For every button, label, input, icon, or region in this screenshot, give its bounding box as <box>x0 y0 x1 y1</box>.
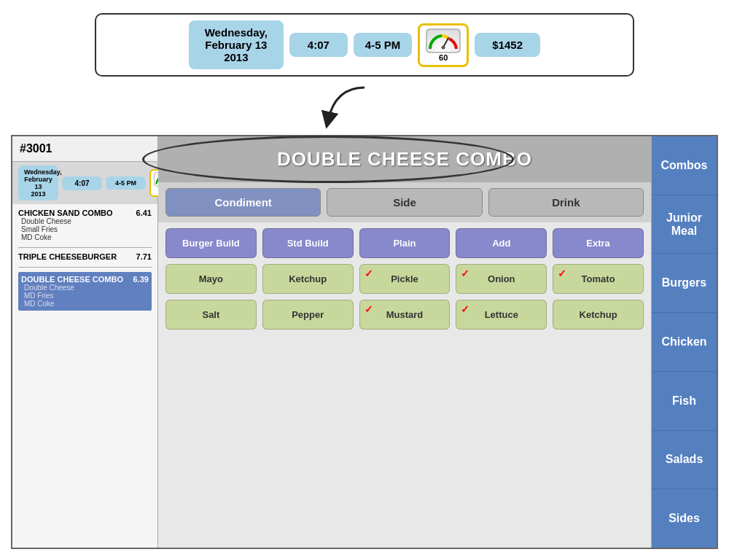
top-date: Wednesday, February 13 2013 <box>189 20 284 69</box>
tab-condiment[interactable]: Condiment <box>165 188 321 217</box>
order-item-2[interactable]: TRIPLE CHEESEBURGER 7.71 <box>18 252 152 261</box>
item-sub-1: Double Cheese <box>18 217 152 225</box>
item-name: CHICKEN SAND COMBO <box>18 209 113 217</box>
item-price: 6.39 <box>133 275 149 284</box>
btn-ketchup-2[interactable]: Ketchup <box>553 300 644 330</box>
top-time: 4:07 <box>289 33 348 57</box>
condiment-grid: Burger Build Std Build Plain Add Extra M… <box>158 222 651 335</box>
order-item-1[interactable]: CHICKEN SAND COMBO 6.41 Double Cheese Sm… <box>18 209 152 241</box>
btn-burger-build[interactable]: Burger Build <box>165 228 257 258</box>
check-mustard: ✓ <box>364 303 373 315</box>
pos-info-bar: Wednesday, February 13 2013 4:07 4-5 PM … <box>12 162 157 204</box>
item-sub-1: Double Cheese <box>21 284 149 292</box>
btn-pepper[interactable]: Pepper <box>262 300 354 330</box>
item-sub-2: MD Fries <box>21 292 149 300</box>
btn-pickle[interactable]: ✓ Pickle <box>359 264 451 294</box>
pos-container: #3001 Wednesday, February 13 2013 4:07 4… <box>11 135 718 549</box>
item-name: TRIPLE CHEESEBURGER <box>18 252 117 261</box>
order-item-3[interactable]: DOUBLE CHEESE COMBO 6.39 Double Cheese M… <box>18 272 152 311</box>
top-sales: $1452 <box>475 33 540 57</box>
btn-mustard[interactable]: ✓ Mustard <box>359 300 451 330</box>
btn-ketchup-1[interactable]: Ketchup <box>262 264 354 294</box>
btn-salt[interactable]: Salt <box>165 300 257 330</box>
nav-fish[interactable]: Fish <box>652 372 717 431</box>
item-price: 6.41 <box>136 209 152 217</box>
check-pickle: ✓ <box>364 268 373 279</box>
center-panel: DOUBLE CHEESE COMBO Condiment Side Drink… <box>158 136 651 548</box>
tab-drink[interactable]: Drink <box>488 188 644 217</box>
nav-sides[interactable]: Sides <box>652 489 717 548</box>
arrow-indicator <box>313 80 372 131</box>
btn-extra[interactable]: Extra <box>553 228 644 258</box>
nav-salads[interactable]: Salads <box>652 431 717 490</box>
tab-side[interactable]: Side <box>327 188 482 217</box>
check-lettuce: ✓ <box>461 303 469 315</box>
item-price: 7.71 <box>136 252 152 261</box>
btn-add[interactable]: Add <box>456 228 547 258</box>
btn-onion[interactable]: ✓ Onion <box>456 264 547 294</box>
item-sub-3: MD Coke <box>21 300 149 308</box>
pos-date: Wednesday, February 13 2013 <box>18 166 58 201</box>
check-tomato: ✓ <box>558 268 566 279</box>
pos-period: 4-5 PM <box>106 176 146 190</box>
top-period: 4-5 PM <box>354 33 412 57</box>
pos-time: 4:07 <box>62 176 102 190</box>
order-panel: #3001 Wednesday, February 13 2013 4:07 4… <box>12 136 158 548</box>
nav-chicken[interactable]: Chicken <box>652 313 717 372</box>
order-items-list: CHICKEN SAND COMBO 6.41 Double Cheese Sm… <box>12 204 157 321</box>
item-sub-3: MD Coke <box>18 233 152 241</box>
btn-mayo[interactable]: Mayo <box>165 264 257 294</box>
tab-row: Condiment Side Drink <box>158 182 651 222</box>
speedometer-value: 60 <box>439 53 448 62</box>
check-onion: ✓ <box>461 268 469 279</box>
condiment-row-2: Salt Pepper ✓ Mustard ✓ Lettuce Ketchup <box>165 300 644 330</box>
condiment-row-1: Mayo Ketchup ✓ Pickle ✓ Onion ✓ Tomato <box>165 264 644 294</box>
top-info-bar: Wednesday, February 13 2013 4:07 4-5 PM <box>95 13 634 77</box>
item-name: DOUBLE CHEESE COMBO <box>21 275 123 284</box>
svg-point-2 <box>442 45 445 49</box>
top-speedometer: 60 <box>418 23 469 67</box>
order-number: #3001 <box>12 136 157 162</box>
speedometer-icon <box>426 28 461 53</box>
combo-title: DOUBLE CHEESE COMBO <box>158 136 651 182</box>
btn-lettuce[interactable]: ✓ Lettuce <box>456 300 547 330</box>
item-sub-2: Small Fries <box>18 225 152 233</box>
nav-burgers[interactable]: Burgers <box>652 254 717 313</box>
nav-junior-meal[interactable]: Junior Meal <box>652 195 717 254</box>
build-row: Burger Build Std Build Plain Add Extra <box>165 228 644 258</box>
btn-plain[interactable]: Plain <box>359 228 451 258</box>
btn-tomato[interactable]: ✓ Tomato <box>553 264 644 294</box>
nav-combos[interactable]: Combos <box>652 136 717 195</box>
right-nav: Combos Junior Meal Burgers Chicken Fish … <box>651 136 717 548</box>
btn-std-build[interactable]: Std Build <box>262 228 354 258</box>
